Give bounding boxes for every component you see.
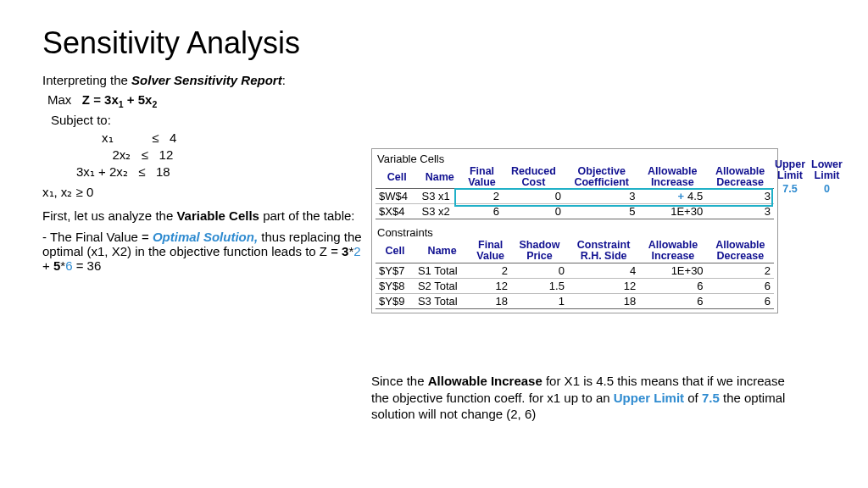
a1-prefix: First, let us analyze the	[42, 208, 176, 223]
vr0-rc: 0	[503, 189, 565, 204]
vh-ai: AllowableIncrease	[638, 166, 706, 189]
cr1-ai: 6	[639, 278, 706, 293]
constraints-title: Constraints	[376, 225, 774, 240]
a2-prefix: - The Final Value =	[42, 230, 153, 244]
vr0-oc: 3	[565, 189, 638, 204]
vr0-cell: $W$4	[376, 189, 418, 204]
cr0-rhs: 4	[568, 263, 639, 278]
vr1-cell: $X$4	[376, 204, 418, 219]
cr1-fv: 12	[470, 278, 511, 293]
limits-annotation: UpperLimit LowerLimit 7.5 0	[773, 159, 843, 195]
vr0-fv: 2	[461, 189, 503, 204]
var-cells-table: Cell Name FinalValue ReducedCost Objecti…	[376, 166, 774, 219]
vr1-rc: 0	[503, 204, 565, 219]
ch-ad: AllowableDecrease	[707, 240, 774, 263]
vr0-ad: 3	[706, 189, 774, 204]
intro-suffix: :	[282, 73, 286, 87]
var-cells-title: Variable Cells	[376, 151, 774, 166]
cr2-name: S3 Total	[415, 293, 470, 308]
cr1-cell: $Y$8	[376, 278, 415, 293]
ex-l2: 7.5	[702, 391, 720, 405]
constraints-table: Cell Name FinalValue ShadowPrice Constra…	[376, 240, 774, 308]
cr1-ad: 6	[707, 278, 774, 293]
ch-name: Name	[415, 240, 470, 263]
cr0-name: S1 Total	[415, 263, 470, 278]
vr0-name: S3 x1	[418, 189, 461, 204]
ch-cell: Cell	[376, 240, 415, 263]
obj-max: Max	[47, 92, 71, 107]
analysis-2: - The Final Value = Optimal Solution, th…	[42, 230, 364, 273]
page-title: Sensitivity Analysis	[42, 25, 826, 61]
ch-sp: ShadowPrice	[511, 240, 568, 263]
a2-eq: = 36	[72, 258, 101, 273]
cr2-cell: $Y$9	[376, 293, 415, 308]
obj-eq1: Z = 3x	[82, 92, 119, 107]
vh-oc: ObjectiveCoefficient	[565, 166, 638, 189]
vh-name: Name	[418, 166, 461, 189]
cr0-sp: 0	[511, 263, 568, 278]
cr0-ai: 1E+30	[639, 263, 706, 278]
vr0-ai: +4.5	[638, 189, 706, 204]
cr2-ai: 6	[639, 293, 706, 308]
subject-to: Subject to:	[51, 113, 826, 127]
cr2-sp: 1	[511, 293, 568, 308]
table-row: $Y$7 S1 Total 2 0 4 1E+30 2	[376, 263, 774, 278]
table-row: $Y$9 S3 Total 18 1 18 6 6	[376, 293, 774, 308]
analysis-1: First, let us analyze the Variable Cells…	[42, 208, 364, 223]
vh-cell: Cell	[376, 166, 418, 189]
vr1-name: S3 x2	[418, 204, 461, 219]
vh-fv: FinalValue	[461, 166, 503, 189]
intro-prefix: Interpreting the	[42, 73, 131, 87]
a1-bold: Variable Cells	[176, 208, 259, 223]
cr1-sp: 1.5	[511, 278, 568, 293]
vr1-ai: 1E+30	[638, 204, 706, 219]
cr2-rhs: 18	[568, 293, 639, 308]
table-row: $W$4 S3 x1 2 0 3 +4.5 3	[376, 189, 774, 204]
intro-line: Interpreting the Solver Sensitivity Repo…	[42, 73, 826, 87]
cr1-rhs: 12	[568, 278, 639, 293]
ch-rhs: ConstraintR.H. Side	[568, 240, 639, 263]
ex-p1: Since the	[371, 374, 428, 388]
intro-bold: Solver Sensitivity Report	[131, 73, 282, 87]
ex-l1: Upper Limit	[614, 391, 684, 405]
vr1-fv: 6	[461, 204, 503, 219]
explain-paragraph: Since the Allowable Increase for X1 is 4…	[371, 373, 787, 423]
constraint-1: x₁ ≤ 4	[42, 130, 826, 146]
ex-b1: Allowable Increase	[428, 374, 542, 388]
a2-plus: +	[42, 258, 53, 273]
sensitivity-report: Variable Cells Cell Name FinalValue Redu…	[371, 148, 778, 313]
vh-rc: ReducedCost	[503, 166, 565, 189]
ch-ai: AllowableIncrease	[639, 240, 706, 263]
obj-eq2: + 5x	[124, 92, 153, 107]
cr1-name: S2 Total	[415, 278, 470, 293]
a1-suffix: part of the table:	[259, 208, 355, 223]
upper-val: 7.5	[773, 169, 807, 195]
a2-opt: Optimal Solution,	[153, 230, 258, 244]
cr0-cell: $Y$7	[376, 263, 415, 278]
a2-n1: 2	[353, 244, 360, 258]
table-row: $Y$8 S2 Total 12 1.5 12 6 6	[376, 278, 774, 293]
lower-val: 0	[810, 169, 843, 195]
cr2-ad: 6	[707, 293, 774, 308]
objective-fn: Max Z = 3x1 + 5x2	[47, 92, 826, 109]
table-row: $X$4 S3 x2 6 0 5 1E+30 3	[376, 204, 774, 219]
cr0-fv: 2	[470, 263, 511, 278]
vh-ad: AllowableDecrease	[706, 166, 774, 189]
cr0-ad: 2	[707, 263, 774, 278]
ch-fv: FinalValue	[470, 240, 511, 263]
plus-icon: +	[677, 190, 687, 202]
vr1-oc: 5	[565, 204, 638, 219]
vr1-ad: 3	[706, 204, 774, 219]
cr2-fv: 18	[470, 293, 511, 308]
ex-p3: of	[684, 391, 702, 405]
